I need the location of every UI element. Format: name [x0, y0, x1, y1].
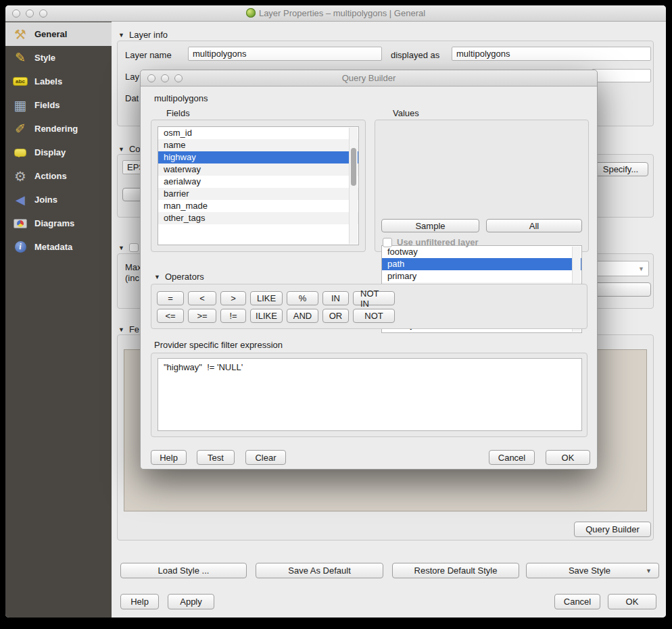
list-item[interactable]: name: [158, 139, 358, 151]
sample-button[interactable]: Sample: [381, 219, 479, 232]
scale-visibility-header[interactable]: ▼: [118, 243, 139, 252]
scale-combobox[interactable]: ▼: [594, 261, 649, 276]
sidebar-item-label: Fields: [34, 100, 60, 110]
sidebar-item-general[interactable]: ⚒ General: [5, 22, 112, 46]
layer-source-input-fragment[interactable]: [592, 69, 651, 82]
operator-in-button[interactable]: IN: [322, 291, 349, 305]
layer-name-input[interactable]: [188, 47, 382, 61]
layer-source-label-fragment: Lay: [125, 72, 139, 82]
operators-header[interactable]: ▼ Operators: [154, 272, 204, 282]
main-titlebar[interactable]: Layer Properties – multipolygons | Gener…: [5, 5, 666, 22]
list-item[interactable]: barrier: [158, 188, 358, 200]
minimize-button[interactable]: [26, 9, 34, 18]
operator-not-button[interactable]: NOT: [353, 309, 395, 323]
test-button[interactable]: Test: [197, 450, 235, 465]
operator-ne-button[interactable]: !=: [220, 309, 246, 323]
save-as-default-button[interactable]: Save As Default: [256, 563, 383, 578]
maximum-label-fragment: Max: [125, 262, 142, 272]
save-style-button[interactable]: Save Style▼: [526, 563, 659, 578]
use-unfiltered-layer-checkbox[interactable]: [383, 238, 392, 247]
sidebar-item-label: Rendering: [34, 124, 78, 134]
sidebar-item-style[interactable]: ✎ Style: [5, 46, 112, 70]
crs-header[interactable]: ▼ Co: [118, 144, 141, 154]
layer-info-title: Layer info: [129, 30, 168, 40]
scrollbar-thumb[interactable]: [351, 148, 356, 186]
list-item-selected[interactable]: highway: [158, 151, 358, 163]
operator-ilike-button[interactable]: ILIKE: [250, 309, 283, 323]
operator-eq-button[interactable]: =: [157, 291, 184, 305]
cancel-button[interactable]: Cancel: [554, 594, 600, 609]
dialog-ok-button[interactable]: OK: [546, 450, 590, 465]
disclosure-triangle-icon: ▼: [118, 32, 124, 39]
sidebar-item-label: Labels: [34, 76, 62, 86]
operator-and-button[interactable]: AND: [287, 309, 318, 323]
list-item[interactable]: man_made: [158, 200, 358, 212]
operators-groupbox: = < > LIKE % IN NOT IN <= >= != ILIKE AN…: [151, 284, 587, 329]
sidebar-item-labels[interactable]: abc Labels: [5, 70, 112, 93]
feature-subset-header[interactable]: ▼ Fe: [118, 324, 139, 334]
list-item[interactable]: footway: [382, 246, 581, 258]
help-button[interactable]: Help: [120, 594, 159, 609]
sidebar-item-rendering[interactable]: ✐ Rendering: [5, 117, 112, 141]
displayed-as-input[interactable]: [452, 47, 651, 61]
all-button[interactable]: All: [486, 219, 582, 232]
sidebar-item-label: Display: [34, 147, 66, 157]
fields-list[interactable]: osm_id name highway waterway aerialway b…: [158, 126, 359, 245]
layer-info-header[interactable]: ▼ Layer info: [118, 30, 168, 40]
operators-row-2: <= >= != ILIKE AND OR NOT: [157, 309, 587, 323]
apply-button[interactable]: Apply: [168, 594, 214, 609]
operators-title: Operators: [165, 272, 204, 282]
list-item[interactable]: other_tags: [158, 212, 358, 224]
operator-ge-button[interactable]: >=: [188, 309, 216, 323]
sidebar-item-label: General: [34, 29, 67, 39]
query-builder-button[interactable]: Query Builder: [574, 522, 651, 537]
filter-expression-textarea[interactable]: "highway" != 'NULL': [158, 358, 582, 431]
dialog-help-button[interactable]: Help: [151, 450, 187, 465]
scale-partial-button[interactable]: [595, 282, 651, 297]
paintbrush-icon: ✎: [13, 51, 28, 66]
fields-scrollbar[interactable]: [349, 128, 358, 244]
zoom-button[interactable]: [174, 74, 183, 82]
close-button[interactable]: [12, 9, 20, 18]
sidebar-item-joins[interactable]: ◀ Joins: [5, 188, 112, 211]
clear-button[interactable]: Clear: [245, 450, 286, 465]
chevron-down-icon: ▼: [646, 568, 652, 574]
dialog-titlebar[interactable]: Query Builder: [141, 70, 597, 86]
dialog-window-controls: [147, 74, 183, 82]
sidebar-item-metadata[interactable]: i Metadata: [5, 235, 112, 259]
inclusive-label-fragment: (inc: [125, 273, 139, 283]
chevron-down-icon: ▼: [638, 266, 644, 272]
sidebar-item-label: Style: [34, 53, 55, 63]
sidebar-item-display[interactable]: Display: [5, 141, 112, 164]
pie-chart-icon: [13, 216, 28, 231]
scale-visibility-checkbox-fragment[interactable]: [129, 243, 139, 252]
operator-lt-button[interactable]: <: [188, 291, 216, 305]
specify-crs-button[interactable]: Specify...: [593, 162, 648, 176]
window-controls: [12, 9, 47, 18]
list-item[interactable]: osm_id: [158, 127, 358, 139]
sidebar-item-diagrams[interactable]: Diagrams: [5, 211, 112, 235]
list-item-selected[interactable]: path: [382, 258, 581, 270]
operator-not-in-button[interactable]: NOT IN: [353, 291, 395, 305]
sidebar-item-actions[interactable]: ⚙ Actions: [5, 164, 112, 188]
minimize-button[interactable]: [161, 74, 169, 82]
restore-default-style-button[interactable]: Restore Default Style: [392, 563, 519, 578]
operator-or-button[interactable]: OR: [322, 309, 349, 323]
list-item[interactable]: primary: [382, 270, 581, 282]
table-icon: ▦: [13, 98, 28, 113]
disclosure-triangle-icon: ▼: [118, 146, 124, 153]
list-item[interactable]: aerialway: [158, 176, 358, 188]
ok-button[interactable]: OK: [608, 594, 656, 609]
operator-percent-button[interactable]: %: [287, 291, 318, 305]
dialog-cancel-button[interactable]: Cancel: [489, 450, 535, 465]
zoom-button[interactable]: [39, 9, 47, 18]
sidebar-item-label: Metadata: [34, 242, 72, 252]
list-item[interactable]: waterway: [158, 163, 358, 176]
operator-le-button[interactable]: <=: [157, 309, 184, 323]
sidebar-item-fields[interactable]: ▦ Fields: [5, 93, 112, 117]
operator-gt-button[interactable]: >: [220, 291, 246, 305]
close-button[interactable]: [147, 74, 155, 82]
load-style-button[interactable]: Load Style ...: [120, 563, 247, 578]
operator-like-button[interactable]: LIKE: [250, 291, 283, 305]
use-unfiltered-layer-label: Use unfiltered layer: [397, 237, 479, 247]
